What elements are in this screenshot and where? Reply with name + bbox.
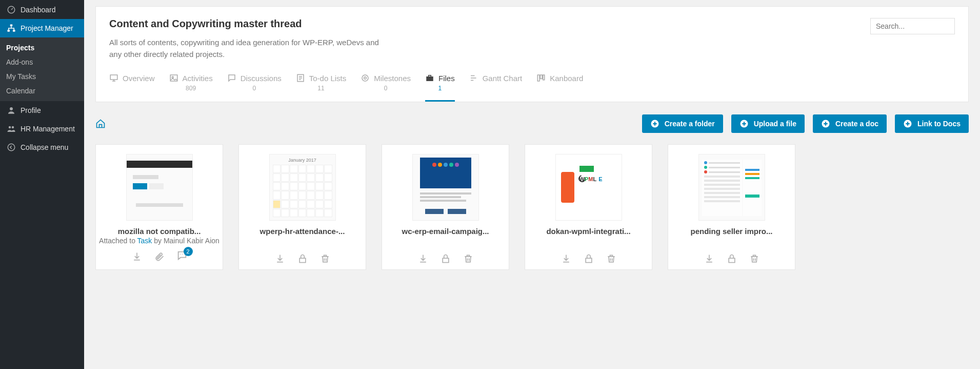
svg-rect-8 (110, 75, 117, 80)
file-card[interactable]: January 2017 wperp-hr-attendance-... (238, 144, 366, 270)
submenu-item-projects[interactable]: Projects (0, 41, 84, 55)
svg-rect-17 (543, 75, 545, 80)
file-card[interactable]: mozilla not compatib... Attached to Task… (95, 144, 223, 270)
tab-files[interactable]: Files 1 (425, 73, 455, 102)
user-icon (6, 105, 16, 115)
svg-point-10 (172, 76, 173, 78)
file-title: wc-erp-email-campaig... (382, 224, 509, 237)
svg-rect-2 (8, 30, 10, 32)
tab-label: Activities (183, 74, 213, 83)
lock-icon[interactable] (726, 253, 737, 264)
file-title: mozilla not compatib... (96, 224, 223, 237)
attachment-icon[interactable] (154, 251, 165, 262)
tab-label: Kanboard (550, 74, 583, 83)
svg-rect-15 (537, 75, 539, 81)
project-header-panel: Content and Copywriting master thread Al… (95, 6, 969, 102)
lock-icon[interactable] (583, 253, 594, 264)
svg-point-7 (8, 144, 15, 151)
download-icon[interactable] (704, 253, 715, 264)
button-label: Upload a file (754, 120, 796, 128)
tab-count: 0 (384, 85, 388, 92)
task-link[interactable]: Task (137, 237, 152, 245)
tab-count: 0 (252, 85, 256, 92)
tab-count: 1 (438, 85, 442, 92)
main-content: Content and Copywriting master thread Al… (84, 0, 980, 369)
sidebar-item-hr-management[interactable]: HR Management (0, 120, 84, 138)
project-description: All sorts of contents, copywriting and i… (109, 37, 386, 60)
file-title: dokan-wpml-integrati... (525, 224, 652, 237)
svg-rect-3 (13, 30, 15, 32)
upload-file-button[interactable]: Upload a file (731, 114, 805, 133)
submenu-item-calendar[interactable]: Calendar (0, 84, 84, 98)
trash-icon[interactable] (606, 253, 617, 264)
plus-circle-icon (821, 119, 830, 128)
tab-label: Overview (123, 74, 155, 83)
file-card[interactable]: pending seller impro... (668, 144, 795, 270)
file-card[interactable]: wc-erp-email-campaig... (382, 144, 509, 270)
target-icon (361, 73, 370, 83)
svg-point-6 (12, 126, 14, 129)
sidebar-item-dashboard[interactable]: Dashboard (0, 1, 84, 19)
chat-icon (227, 73, 236, 83)
submenu-item-my-tasks[interactable]: My Tasks (0, 69, 84, 84)
monitor-icon (109, 73, 118, 83)
file-thumbnail (96, 145, 223, 224)
users-icon (6, 124, 16, 134)
file-title: pending seller impro... (668, 224, 795, 237)
sidebar-item-profile[interactable]: Profile (0, 101, 84, 120)
download-icon[interactable] (561, 253, 572, 264)
sidebar-label: Profile (21, 106, 41, 114)
trash-icon[interactable] (319, 253, 331, 264)
admin-sidebar: Dashboard Project Manager Projects Add-o… (0, 0, 84, 369)
link-docs-button[interactable]: Link to Docs (895, 114, 969, 133)
download-icon[interactable] (274, 253, 286, 264)
search-input[interactable] (870, 18, 955, 34)
download-icon[interactable] (417, 253, 429, 264)
sidebar-item-project-manager[interactable]: Project Manager (0, 19, 84, 37)
trash-icon[interactable] (463, 253, 474, 264)
svg-rect-16 (541, 75, 543, 79)
file-attachment-info: Attached to Task by Mainul Kabir Aion (99, 237, 219, 245)
tab-kanboard[interactable]: Kanboard (536, 73, 583, 102)
image-icon (169, 73, 178, 83)
lock-icon[interactable] (297, 253, 308, 264)
project-title: Content and Copywriting master thread (109, 18, 386, 30)
lock-icon[interactable] (440, 253, 451, 264)
button-label: Link to Docs (917, 120, 961, 128)
create-doc-button[interactable]: Create a doc (813, 114, 887, 133)
tab-overview[interactable]: Overview (109, 73, 155, 102)
sidebar-submenu: Projects Add-ons My Tasks Calendar (0, 37, 84, 101)
tab-activities[interactable]: Activities 809 (169, 73, 213, 102)
sitemap-icon (6, 23, 16, 33)
file-thumbnail: WPMLE (525, 145, 652, 224)
svg-rect-1 (10, 25, 13, 27)
home-icon[interactable] (95, 119, 106, 129)
tab-count: 11 (317, 85, 324, 92)
svg-rect-22 (299, 258, 306, 262)
gauge-icon (6, 5, 16, 15)
svg-point-13 (364, 77, 367, 80)
tab-milestones[interactable]: Milestones 0 (361, 73, 411, 102)
svg-point-4 (10, 107, 13, 110)
sidebar-item-collapse[interactable]: Collapse menu (0, 138, 84, 157)
tab-discussions[interactable]: Discussions 0 (227, 73, 282, 102)
file-card[interactable]: WPMLE dokan-wpml-integrati... (525, 144, 652, 270)
file-thumbnail (382, 145, 509, 224)
tab-gantt-chart[interactable]: Gantt Chart (469, 73, 523, 102)
svg-rect-25 (729, 258, 735, 262)
collapse-icon (6, 142, 16, 152)
tab-label: Milestones (374, 74, 411, 83)
tab-todo-lists[interactable]: To-do Lists 11 (296, 73, 347, 102)
file-thumbnail: January 2017 (239, 145, 366, 224)
svg-rect-24 (586, 258, 592, 262)
submenu-item-addons[interactable]: Add-ons (0, 55, 84, 69)
download-icon[interactable] (131, 251, 143, 262)
file-title: wperp-hr-attendance-... (239, 224, 366, 237)
create-folder-button[interactable]: Create a folder (642, 114, 723, 133)
button-label: Create a folder (665, 120, 715, 128)
plus-circle-icon (650, 119, 659, 128)
tab-label: Files (438, 74, 455, 83)
svg-point-12 (362, 75, 368, 81)
checklist-icon (296, 73, 305, 83)
trash-icon[interactable] (749, 253, 760, 264)
